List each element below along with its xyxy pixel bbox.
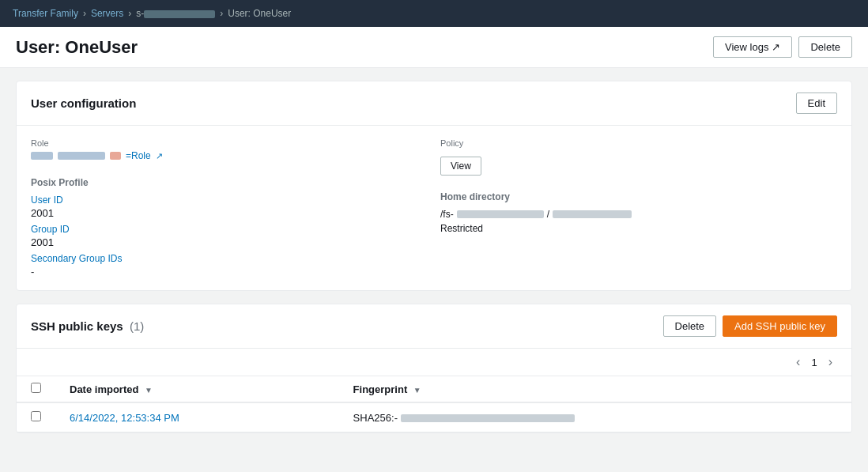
breadcrumb-server-id: s- [136, 8, 215, 19]
home-dir-slash: / [547, 209, 549, 220]
role-redacted-3 [110, 152, 121, 160]
view-logs-button[interactable]: View logs ↗ [713, 36, 792, 58]
date-link[interactable]: 6/14/2022, 12:53:34 PM [70, 412, 179, 424]
role-row: =Role ↗ [31, 150, 428, 161]
user-config-title: User configuration [31, 96, 136, 110]
fingerprint-redacted [401, 414, 575, 422]
main-content: User configuration Edit Role =Role ↗ [0, 68, 868, 446]
breadcrumb-link-servers[interactable]: Servers [91, 8, 123, 19]
breadcrumb-current: User: OneUser [228, 8, 291, 19]
pagination-current: 1 [811, 357, 817, 368]
user-config-panel: User configuration Edit Role =Role ↗ [16, 81, 852, 291]
fingerprint-sort-icon[interactable]: ▼ [413, 386, 421, 395]
group-id-label: Group ID [31, 224, 428, 235]
ssh-keys-table-head: Date imported ▼ Fingerprint ▼ [17, 376, 851, 402]
home-dir-row: /fs- / [440, 209, 837, 220]
ssh-keys-title: SSH public keys (1) [31, 319, 144, 333]
select-all-checkbox[interactable] [31, 383, 41, 393]
home-directory-section: Home directory /fs- / Restricted [440, 191, 837, 234]
breadcrumb-sep-3: › [220, 8, 223, 19]
fingerprint-cell: SHA256:- [339, 402, 851, 432]
role-section: Role =Role ↗ [31, 138, 428, 161]
add-ssh-key-button[interactable]: Add SSH public key [723, 315, 837, 337]
role-label: Role [31, 138, 428, 148]
home-dir-label: Home directory [440, 191, 837, 202]
restricted-badge: Restricted [440, 223, 837, 234]
ssh-actions: Delete Add SSH public key [663, 315, 837, 337]
role-link[interactable]: =Role [126, 150, 151, 161]
group-id-value: 2001 [31, 236, 428, 248]
delete-button[interactable]: Delete [798, 36, 852, 58]
user-config-right: Policy View Home directory /fs- / Restri… [440, 138, 837, 278]
breadcrumb: Transfer Family › Servers › s- › User: O… [13, 8, 291, 19]
breadcrumb-server-redacted [144, 10, 215, 18]
top-bar: Transfer Family › Servers › s- › User: O… [0, 0, 868, 27]
role-redacted-2 [58, 152, 105, 160]
header-actions: View logs ↗ Delete [713, 36, 852, 58]
pagination: ‹ 1 › [17, 349, 851, 376]
fingerprint-col-header: Fingerprint ▼ [339, 376, 851, 402]
ssh-delete-button[interactable]: Delete [663, 315, 717, 337]
secondary-group-value: - [31, 266, 428, 278]
home-dir-redact-1 [457, 210, 544, 218]
role-redacted-1 [31, 152, 53, 160]
fingerprint-prefix: SHA256:- [353, 412, 398, 424]
role-external-icon: ↗ [156, 151, 163, 161]
user-config-two-col: Role =Role ↗ Posix Profile User ID 2001 [31, 138, 837, 278]
date-sort-icon[interactable]: ▼ [145, 386, 153, 395]
user-config-body: Role =Role ↗ Posix Profile User ID 2001 [17, 126, 851, 290]
edit-button[interactable]: Edit [796, 93, 837, 114]
checkbox-col-header [17, 376, 55, 402]
pagination-prev-button[interactable]: ‹ [791, 353, 805, 371]
page-title: User: OneUser [16, 37, 138, 58]
policy-label: Policy [440, 138, 837, 148]
home-dir-redact-2 [553, 210, 632, 218]
user-id-label: User ID [31, 194, 428, 206]
breadcrumb-server-id-text: s- [136, 8, 144, 19]
ssh-keys-count: (1) [130, 319, 144, 333]
date-col-label: Date imported [70, 383, 138, 395]
breadcrumb-link-transfer-family[interactable]: Transfer Family [13, 8, 78, 19]
user-config-left: Role =Role ↗ Posix Profile User ID 2001 [31, 138, 428, 278]
date-col-header: Date imported ▼ [55, 376, 339, 402]
view-logs-label: View logs [725, 41, 768, 53]
table-row: 6/14/2022, 12:53:34 PM SHA256:- [17, 402, 851, 432]
ssh-panel-header: SSH public keys (1) Delete Add SSH publi… [17, 304, 851, 349]
fingerprint-col-label: Fingerprint [353, 383, 408, 395]
ssh-keys-table: Date imported ▼ Fingerprint ▼ 6/14/2022, [17, 376, 851, 432]
posix-section: Posix Profile User ID 2001 Group ID 2001… [31, 177, 428, 278]
ssh-keys-title-text: SSH public keys [31, 319, 123, 333]
breadcrumb-sep-2: › [128, 8, 131, 19]
posix-title: Posix Profile [31, 177, 428, 188]
row-checkbox[interactable] [31, 411, 41, 421]
date-cell: 6/14/2022, 12:53:34 PM [55, 402, 339, 432]
ssh-keys-header-row: Date imported ▼ Fingerprint ▼ [17, 376, 851, 402]
pagination-next-button[interactable]: › [824, 353, 837, 371]
ssh-keys-table-body: 6/14/2022, 12:53:34 PM SHA256:- [17, 402, 851, 432]
page-header: User: OneUser View logs ↗ Delete [0, 27, 868, 68]
ssh-keys-panel: SSH public keys (1) Delete Add SSH publi… [16, 304, 852, 433]
secondary-group-label: Secondary Group IDs [31, 253, 428, 264]
home-dir-prefix: /fs- [440, 209, 454, 220]
external-link-icon: ↗ [772, 41, 780, 53]
view-policy-button[interactable]: View [440, 157, 481, 176]
policy-section: Policy View [440, 138, 837, 176]
breadcrumb-sep-1: › [83, 8, 86, 19]
user-config-panel-header: User configuration Edit [17, 81, 851, 126]
row-checkbox-cell [17, 402, 55, 432]
user-id-value: 2001 [31, 207, 428, 219]
